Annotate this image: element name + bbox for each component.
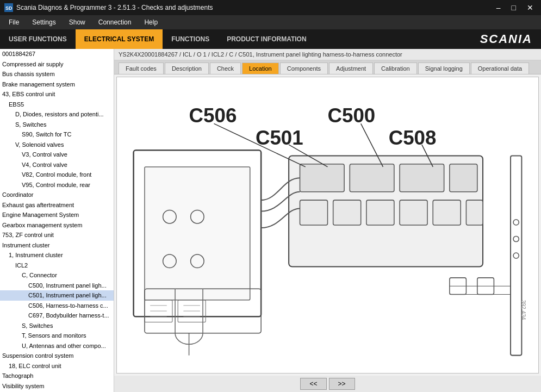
sidebar-item-connector[interactable]: C, Connector [0,270,114,281]
nav-functions[interactable]: FUNCTIONS [163,29,218,49]
sidebar-item-instrument-cluster[interactable]: Instrument cluster [0,240,114,251]
sidebar-item-switches-ebs[interactable]: S, Switches [0,120,114,130]
menu-file[interactable]: File [2,16,26,28]
sidebar[interactable]: 0001884267 Compressed air supply Bus cha… [0,49,114,392]
sidebar-item-brake-mgmt[interactable]: Brake management system [0,79,114,90]
sidebar-item-tachograph[interactable]: Tachograph [0,371,114,381]
diagram-area: C506 C500 C501 C508 [116,77,539,374]
nav-bar: USER FUNCTIONS ELECTRICAL SYSTEM FUNCTIO… [0,29,541,49]
sidebar-item-c697[interactable]: C697, Bodybuilder harness-t... [0,310,114,321]
minimize-button[interactable]: – [493,4,504,11]
nav-buttons: << >> [114,376,541,392]
next-button[interactable]: >> [329,378,355,390]
tab-fault-codes[interactable]: Fault codes [119,63,164,74]
sidebar-item-suspension[interactable]: Suspension control system [0,351,114,361]
menu-settings[interactable]: Settings [26,16,62,28]
svg-rect-18 [300,200,328,225]
window-title: Scania Diagnos & Programmer 3 - 2.51.3 -… [16,4,493,11]
svg-rect-16 [400,164,444,192]
sidebar-item-ebs5[interactable]: EBS5 [0,99,114,110]
title-bar: SD Scania Diagnos & Programmer 3 - 2.51.… [0,0,541,15]
sidebar-item-solenoid[interactable]: V, Solenoid valves [0,140,114,150]
tab-check[interactable]: Check [210,63,241,74]
svg-text:C508: C508 [389,127,437,149]
breadcrumb: YS2K4X20001884267 / ICL / O 1 / ICL2 / C… [114,49,541,60]
sidebar-item-exhaust[interactable]: Exhaust gas aftertreatment [0,200,114,210]
sidebar-item-zf[interactable]: 753, ZF control unit [0,230,114,240]
sidebar-item-v4[interactable]: V4, Control valve [0,160,114,170]
sidebar-item-1-icl[interactable]: 1, Instrument cluster [0,250,114,260]
sidebar-item-coordinator[interactable]: Coordinator [0,190,114,200]
sidebar-item-sensors[interactable]: T, Sensors and monitors [0,331,114,341]
sidebar-item-c501[interactable]: C501, Instrument panel ligh... [0,290,114,301]
sidebar-item-v3[interactable]: V3, Control valve [0,150,114,160]
svg-text:C506: C506 [189,104,237,127]
svg-rect-23 [466,200,483,225]
tab-description[interactable]: Description [165,63,209,74]
tab-components[interactable]: Components [280,63,328,74]
svg-rect-8 [145,167,250,300]
sidebar-item-c500[interactable]: C500, Instrument panel ligh... [0,281,114,291]
sidebar-item-diodes[interactable]: D, Diodes, resistors and potenti... [0,109,114,120]
sidebar-item-icl2[interactable]: ICL2 [0,260,114,271]
tab-operational-data[interactable]: Operational data [471,63,529,74]
svg-text:SD: SD [5,5,13,11]
sidebar-item-elc[interactable]: 18, ELC control unit [0,361,114,371]
menu-help[interactable]: Help [138,16,164,28]
nav-user-functions[interactable]: USER FUNCTIONS [0,29,76,49]
svg-text:C501: C501 [256,127,303,149]
sidebar-item-antennas[interactable]: U, Antennas and other compo... [0,341,114,351]
sidebar-item-s90[interactable]: S90, Switch for TC [0,129,114,140]
tab-calibration[interactable]: Calibration [374,63,417,74]
tab-location[interactable]: Location [242,63,279,74]
nav-electrical-system[interactable]: ELECTRICAL SYSTEM [76,29,163,49]
sidebar-item-engine-mgmt[interactable]: Engine Management System [0,210,114,220]
prev-button[interactable]: << [300,378,326,390]
svg-text:392 434: 392 434 [520,300,526,320]
main-layout: 0001884267 Compressed air supply Bus cha… [0,49,541,392]
svg-rect-22 [433,200,461,225]
svg-rect-20 [366,200,394,225]
menu-show[interactable]: Show [63,16,92,28]
wiring-diagram: C506 C500 C501 C508 [117,77,538,373]
menu-connection[interactable]: Connection [92,16,138,28]
sidebar-item-v95[interactable]: V95, Control module, rear [0,180,114,190]
sidebar-item-v82[interactable]: V82, Control module, front [0,170,114,180]
svg-rect-14 [300,164,345,192]
svg-rect-17 [450,164,477,192]
tab-signal-logging[interactable]: Signal logging [418,63,470,74]
sidebar-item-gearbox[interactable]: Gearbox management system [0,220,114,231]
tab-adjustment[interactable]: Adjustment [329,63,373,74]
svg-rect-19 [333,200,361,225]
sidebar-item-ebs-control[interactable]: 43, EBS control unit [0,89,114,99]
sidebar-item-vin[interactable]: 0001884267 [0,49,114,59]
svg-rect-21 [400,200,427,225]
sidebar-item-bus-chassis[interactable]: Bus chassis system [0,69,114,79]
svg-text:C500: C500 [328,104,376,127]
maximize-button[interactable]: □ [508,4,519,11]
close-button[interactable]: ✕ [524,4,537,11]
content-area: YS2K4X20001884267 / ICL / O 1 / ICL2 / C… [114,49,541,392]
scania-logo: SCANIA [480,32,541,46]
tab-bar: Fault codes Description Check Location C… [114,60,541,74]
window-controls: – □ ✕ [493,4,537,11]
svg-rect-15 [350,164,394,192]
app-icon: SD [4,3,13,12]
nav-product-information[interactable]: PRODUCT INFORMATION [218,29,315,49]
sidebar-item-c506[interactable]: C506, Harness-to-harness c... [0,301,114,311]
sidebar-item-switches-icl[interactable]: S, Switches [0,321,114,331]
sidebar-item-visibility[interactable]: Visibility system [0,381,114,391]
sidebar-item-compressed-air[interactable]: Compressed air supply [0,59,114,70]
menu-bar: File Settings Show Connection Help [0,15,541,29]
